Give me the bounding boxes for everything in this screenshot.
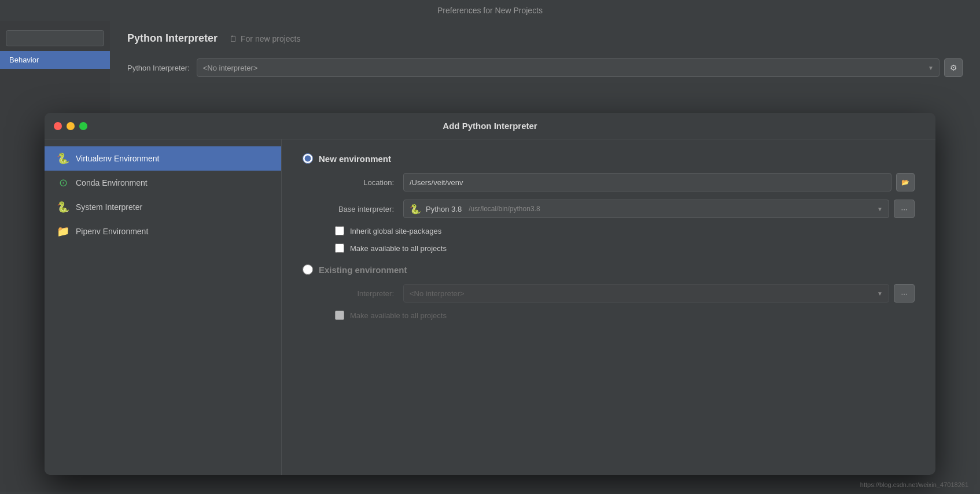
existing-interpreter-more-button[interactable]: ··· (894, 284, 915, 303)
existing-make-available-row: Make available to all projects (335, 311, 915, 320)
modal-title: Add Python Interpreter (443, 121, 537, 131)
system-icon: 🐍 (56, 201, 70, 213)
prefs-header-subtitle: 🗒 For new projects (229, 34, 300, 43)
make-available-checkbox[interactable] (335, 244, 344, 253)
base-interpreter-row: Base interpreter: 🐍 Python 3.8 /usr/loca… (319, 200, 915, 218)
interpreter-select-container: <No interpreter> ▼ (197, 58, 940, 77)
interpreter-label: Python Interpreter: (127, 64, 190, 72)
inherit-checkbox[interactable] (335, 226, 344, 235)
minimize-button[interactable] (67, 122, 75, 130)
chevron-down-icon: ▼ (877, 206, 883, 212)
interpreter-select-wrapper: <No interpreter> ▼ ⚙ (197, 58, 963, 77)
ellipsis-icon: ··· (901, 289, 908, 298)
pipenv-icon: 📁 (56, 225, 70, 238)
inherit-checkbox-row: Inherit global site-packages (335, 226, 915, 235)
sidebar-item-virtualenv[interactable]: 🐍 Virtualenv Environment (45, 146, 281, 171)
prefs-title: Preferences for New Projects (437, 6, 543, 15)
sidebar-item-behavior[interactable]: Behavior (0, 51, 110, 69)
base-interpreter-input-wrapper: 🐍 Python 3.8 /usr/local/bin/python3.8 ▼ … (403, 200, 915, 218)
folder-icon: 📂 (901, 179, 909, 186)
existing-env-radio[interactable] (303, 264, 313, 275)
prefs-title-bar: Preferences for New Projects (0, 0, 980, 21)
existing-interpreter-inner: <No interpreter> (410, 289, 465, 298)
new-environment-section: New environment Location: 📂 (303, 153, 915, 253)
location-input[interactable] (403, 173, 891, 191)
chevron-down-icon: ▼ (877, 290, 883, 297)
make-available-checkbox-row: Make available to all projects (335, 244, 915, 253)
existing-make-available-checkbox[interactable] (335, 311, 344, 320)
ellipsis-icon: ··· (901, 205, 908, 213)
sidebar-item-pipenv[interactable]: 📁 Pipenv Environment (45, 219, 281, 244)
existing-env-form: Interpreter: <No interpreter> ▼ ··· (319, 284, 915, 320)
existing-environment-section: Existing environment Interpreter: <No in… (303, 264, 915, 320)
location-input-wrapper: 📂 (403, 173, 915, 191)
prefs-header-title: Python Interpreter (127, 32, 218, 45)
location-label: Location: (319, 178, 394, 187)
prefs-header: Python Interpreter 🗒 For new projects (127, 32, 963, 45)
existing-interpreter-row: Interpreter: <No interpreter> ▼ ··· (319, 284, 915, 303)
base-interpreter-dropdown[interactable]: 🐍 Python 3.8 /usr/local/bin/python3.8 ▼ (403, 200, 889, 218)
watermark: https://blog.csdn.net/weixin_47018261 (860, 481, 968, 488)
modal-content: New environment Location: 📂 (282, 139, 935, 475)
add-interpreter-modal: Add Python Interpreter 🐍 Virtualenv Envi… (45, 113, 935, 475)
python-icon: 🐍 (410, 204, 421, 215)
base-interpreter-more-button[interactable]: ··· (894, 200, 915, 218)
sidebar-item-system[interactable]: 🐍 System Interpreter (45, 195, 281, 219)
interpreter-row: Python Interpreter: <No interpreter> ▼ ⚙ (127, 58, 963, 77)
existing-interpreter-dropdown[interactable]: <No interpreter> ▼ (403, 284, 889, 303)
notebook-icon: 🗒 (229, 34, 237, 43)
new-env-radio[interactable] (303, 153, 313, 164)
interpreter-select[interactable]: <No interpreter> (197, 58, 940, 77)
close-button[interactable] (54, 122, 62, 130)
existing-interpreter-input-wrapper: <No interpreter> ▼ ··· (403, 284, 915, 303)
existing-make-available-label: Make available to all projects (350, 311, 447, 320)
existing-interpreter-label: Interpreter: (319, 289, 394, 298)
existing-env-radio-header: Existing environment (303, 264, 915, 275)
base-interpreter-inner: 🐍 Python 3.8 /usr/local/bin/python3.8 (410, 204, 540, 215)
prefs-search-input[interactable] (6, 30, 104, 46)
gear-button[interactable]: ⚙ (944, 58, 963, 77)
modal-sidebar: 🐍 Virtualenv Environment ⊙ Conda Environ… (45, 139, 282, 475)
make-available-label[interactable]: Make available to all projects (350, 244, 447, 253)
virtualenv-icon: 🐍 (56, 152, 70, 165)
modal-body: 🐍 Virtualenv Environment ⊙ Conda Environ… (45, 139, 935, 475)
window-controls (54, 122, 87, 130)
new-env-label[interactable]: New environment (319, 154, 391, 164)
new-env-form: Location: 📂 Base interpreter: (319, 173, 915, 253)
base-interpreter-label: Base interpreter: (319, 205, 394, 213)
maximize-button[interactable] (79, 122, 87, 130)
existing-env-label[interactable]: Existing environment (319, 265, 407, 275)
location-browse-button[interactable]: 📂 (896, 173, 915, 191)
new-env-radio-header: New environment (303, 153, 915, 164)
modal-title-bar: Add Python Interpreter (45, 113, 935, 139)
location-row: Location: 📂 (319, 173, 915, 191)
inherit-label[interactable]: Inherit global site-packages (350, 227, 441, 235)
gear-icon: ⚙ (950, 63, 957, 72)
conda-icon: ⊙ (56, 176, 70, 189)
sidebar-item-conda[interactable]: ⊙ Conda Environment (45, 171, 281, 195)
